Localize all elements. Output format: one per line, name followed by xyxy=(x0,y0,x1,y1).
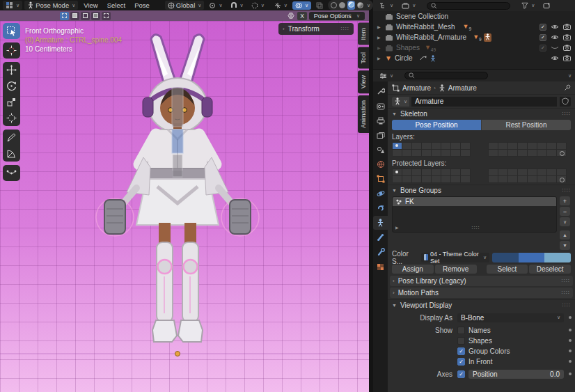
shading-solid-icon[interactable] xyxy=(339,2,345,8)
layer-cell[interactable] xyxy=(432,150,441,156)
tab-tool[interactable]: Tool xyxy=(358,47,369,69)
layer-cell[interactable] xyxy=(498,169,507,175)
bone-group-list[interactable]: FK ▶ ∷∷ xyxy=(392,196,557,233)
layer-cell[interactable] xyxy=(518,150,527,156)
layer-cell[interactable] xyxy=(461,150,470,156)
layer-cell[interactable] xyxy=(451,169,460,175)
tab-scene[interactable] xyxy=(373,143,388,157)
outliner-row-whiterabbit-armature[interactable]: ▶ WhiteRabbit_Armature ▼9 ✓ xyxy=(373,32,575,42)
properties-search-input[interactable] xyxy=(404,72,488,79)
character-whiterabbit[interactable] xyxy=(0,21,369,392)
layer-cell[interactable] xyxy=(489,143,498,149)
names-checkbox[interactable] xyxy=(457,327,465,334)
layer-cell[interactable] xyxy=(528,169,537,175)
outliner-row-scene-collection[interactable]: Scene Collection xyxy=(373,11,575,22)
shading-rendered-icon[interactable] xyxy=(357,2,363,8)
layer-cell[interactable] xyxy=(412,150,421,156)
select-mode-new[interactable] xyxy=(60,12,69,20)
group-colors-checkbox[interactable]: ✓ xyxy=(457,347,465,355)
menu-view[interactable]: View xyxy=(80,1,101,9)
animate-dot[interactable] xyxy=(569,339,572,342)
list-expand-icon[interactable]: ▶ xyxy=(395,225,399,231)
panel-header-viewport-display[interactable]: ▼ Viewport Display ∷∷ xyxy=(388,299,575,310)
expand-arrow-icon[interactable]: ▶ xyxy=(377,35,383,40)
layer-cell[interactable] xyxy=(422,176,431,182)
layer-cell[interactable] xyxy=(508,169,517,175)
expand-arrow-icon[interactable]: ▶ xyxy=(377,24,383,29)
tool-measure[interactable] xyxy=(3,146,20,162)
remove-button[interactable]: Remove xyxy=(435,265,477,274)
eye-closed-icon[interactable] xyxy=(551,45,559,51)
tab-texture[interactable] xyxy=(373,260,388,274)
show-gizmo-dropdown[interactable]: ∨ xyxy=(271,1,290,10)
layer-cell[interactable] xyxy=(557,176,566,182)
layer-cell[interactable] xyxy=(441,176,450,182)
tab-tool[interactable] xyxy=(373,84,388,98)
show-overlays-dropdown[interactable]: ∨ xyxy=(292,1,311,10)
pose-options-dropdown[interactable]: Pose Options ∨ xyxy=(309,12,365,20)
tab-physics[interactable] xyxy=(373,187,388,201)
camera-render-icon[interactable] xyxy=(563,55,571,61)
tab-object[interactable] xyxy=(373,172,388,186)
layer-cell[interactable] xyxy=(393,150,402,156)
remove-group-button[interactable]: − xyxy=(560,207,570,216)
layer-cell[interactable] xyxy=(422,150,431,156)
drag-handle-icon[interactable]: ∷∷ xyxy=(472,225,480,231)
tab-bone[interactable] xyxy=(373,230,388,244)
axes-position-slider[interactable]: Position 0.0 xyxy=(468,370,564,379)
layer-cell[interactable] xyxy=(393,169,402,175)
axes-checkbox[interactable]: ✓ xyxy=(457,370,465,378)
pose-position-button[interactable]: Pose Position xyxy=(392,120,481,130)
layer-cell[interactable] xyxy=(557,143,566,149)
layer-cell[interactable] xyxy=(451,176,460,182)
animate-dot[interactable] xyxy=(569,350,572,352)
mode-dropdown[interactable]: Pose Mode ∨ xyxy=(24,1,78,10)
deselect-button[interactable]: Deselect xyxy=(529,265,571,274)
tool-rotate[interactable] xyxy=(3,78,20,94)
transform-panel-header[interactable]: › Transform ∷∷ xyxy=(278,23,354,35)
layer-cell[interactable] xyxy=(498,150,507,156)
layer-cell[interactable] xyxy=(441,143,450,149)
layer-cell[interactable] xyxy=(537,143,546,149)
layer-cell[interactable] xyxy=(508,150,517,156)
move-up-button[interactable]: ▲ xyxy=(560,230,570,240)
selectability-checkbox[interactable]: ✓ xyxy=(539,24,546,31)
layer-cell[interactable] xyxy=(432,169,441,175)
toggle-xray-button[interactable] xyxy=(313,1,326,10)
drag-handle-icon[interactable]: ∷∷ xyxy=(341,26,349,32)
color-active-swatch[interactable] xyxy=(544,253,571,262)
expand-arrow-icon[interactable]: ▶ xyxy=(377,45,383,50)
tab-output[interactable] xyxy=(373,113,388,127)
display-as-dropdown[interactable]: B-Bone ∨ xyxy=(457,313,564,322)
bone-group-item-fk[interactable]: FK xyxy=(393,197,556,206)
tool-annotate[interactable] xyxy=(3,130,20,146)
tab-animation[interactable]: Animation xyxy=(358,95,369,133)
breadcrumb-data[interactable]: Armature xyxy=(448,84,477,92)
layer-cell[interactable] xyxy=(518,143,527,149)
layer-cell[interactable] xyxy=(489,169,498,175)
layer-cell[interactable] xyxy=(402,143,411,149)
layer-cell[interactable] xyxy=(461,176,470,182)
tab-view-layer[interactable] xyxy=(373,128,388,142)
drag-handle-icon[interactable]: ∷∷ xyxy=(562,187,571,194)
camera-render-icon[interactable] xyxy=(563,24,571,30)
eye-icon[interactable] xyxy=(551,34,559,40)
tool-pose-breakdowner[interactable] xyxy=(3,165,20,181)
drag-handle-icon[interactable]: ∷∷ xyxy=(562,278,570,284)
layer-cell[interactable] xyxy=(402,150,411,156)
shapes-checkbox[interactable] xyxy=(457,337,465,345)
panel-header-bone-groups[interactable]: ▼ Bone Groups ∷∷ xyxy=(388,185,575,195)
layer-cell[interactable] xyxy=(422,143,431,149)
color-select-swatch[interactable] xyxy=(519,253,545,262)
layer-cell[interactable] xyxy=(557,150,566,156)
select-mode-invert[interactable] xyxy=(91,12,100,20)
pin-icon[interactable] xyxy=(564,84,571,91)
layer-cell[interactable] xyxy=(489,150,498,156)
tool-cursor[interactable] xyxy=(3,42,20,58)
layer-cell[interactable] xyxy=(432,176,441,182)
selectability-checkbox[interactable]: ✓ xyxy=(539,45,546,52)
panel-header-pose-library[interactable]: › Pose Library (Legacy) ∷∷ xyxy=(390,276,573,286)
tab-item[interactable]: Item xyxy=(358,23,369,45)
drag-handle-icon[interactable]: ∷∷ xyxy=(562,111,571,117)
animate-dot[interactable] xyxy=(569,329,572,331)
